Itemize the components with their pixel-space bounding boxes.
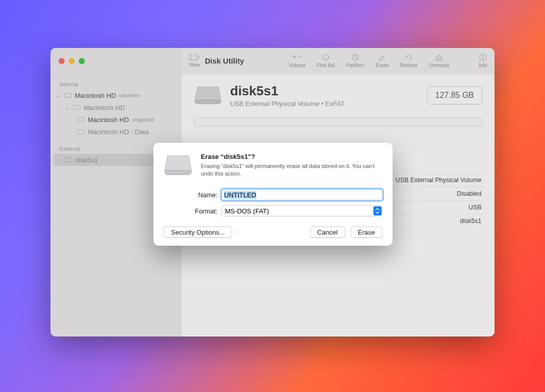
svg-rect-0 — [189, 54, 197, 60]
name-input[interactable] — [222, 189, 383, 200]
disclosure-triangle-icon[interactable]: ⌄ — [65, 105, 70, 110]
erase-toolbar-item[interactable]: Erase — [375, 53, 389, 68]
usage-bar — [194, 118, 482, 127]
info-value: disk5s1 — [460, 217, 481, 225]
first-aid-label: First Aid — [316, 63, 335, 68]
security-options-button[interactable]: Security Options... — [164, 227, 232, 238]
sidebar-item-label: Macintosh HD — [84, 104, 125, 111]
toolbar-content: View Disk Utility +− Volume First Aid Pa… — [182, 53, 495, 68]
sidebar-item-label: Macintosh HD — [75, 92, 116, 99]
unmount-label: Unmount — [428, 63, 449, 68]
sidebar-item-macintosh-hd-container[interactable]: ⌄ Macintosh HD volumes — [53, 89, 179, 101]
format-select[interactable]: MS-DOS (FAT) — [222, 205, 383, 216]
unmount-toolbar-item[interactable]: Unmount — [428, 53, 449, 68]
volume-icon — [73, 103, 81, 111]
sidebar-item-label: Macintosh HD — [88, 116, 129, 124]
window-controls-area — [50, 48, 182, 74]
svg-rect-11 — [77, 130, 84, 134]
info-label: Info — [479, 63, 487, 68]
svg-point-6 — [482, 55, 483, 57]
dialog-title: Erase “disk5s1”? — [201, 153, 383, 160]
volume-header: disk5s1 USB External Physical Volume • E… — [194, 83, 482, 107]
info-value: Disabled — [457, 190, 481, 197]
external-drive-icon — [65, 156, 73, 164]
external-drive-icon — [194, 83, 222, 107]
traffic-lights — [59, 58, 85, 64]
select-arrows-icon — [373, 206, 382, 215]
format-label: Format: — [164, 207, 222, 215]
sidebar-item-macintosh-hd[interactable]: ⌄ Macintosh HD — [53, 101, 179, 114]
volume-subtitle: USB External Physical Volume • ExFAT — [230, 100, 345, 107]
partition-label: Partition — [346, 63, 365, 68]
info-value: USB External Physical Volume — [396, 177, 481, 184]
svg-rect-10 — [77, 118, 84, 122]
restore-label: Restore — [400, 63, 417, 68]
partition-toolbar-item[interactable]: Partition — [346, 53, 365, 68]
internal-header: Internal — [53, 79, 179, 89]
format-value: MS-DOS (FAT) — [225, 207, 269, 215]
svg-rect-12 — [65, 158, 72, 162]
svg-point-16 — [187, 172, 188, 174]
svg-rect-8 — [64, 93, 71, 97]
toolbar: View Disk Utility +− Volume First Aid Pa… — [50, 48, 495, 74]
erase-label: Erase — [375, 63, 389, 68]
close-window-button[interactable] — [59, 58, 65, 64]
sidebar-item-label: Macintosh HD - Data — [88, 128, 149, 136]
drive-icon — [64, 91, 72, 99]
disclosure-triangle-icon[interactable]: ⌄ — [56, 93, 61, 98]
restore-toolbar-item[interactable]: Restore — [400, 53, 417, 68]
sidebar-item-macintosh-hd-data[interactable]: Macintosh HD - Data — [53, 126, 179, 138]
volume-label: Volume — [289, 63, 305, 68]
volume-name: disk5s1 — [230, 83, 345, 99]
sidebar-item-sublabel: snapshot — [132, 117, 155, 123]
erase-button[interactable]: Erase — [350, 227, 383, 238]
minimize-window-button[interactable] — [69, 58, 75, 64]
first-aid-toolbar-item[interactable]: First Aid — [316, 53, 335, 68]
svg-text:−: − — [298, 53, 303, 61]
zoom-window-button[interactable] — [79, 58, 85, 64]
cancel-button[interactable]: Cancel — [310, 227, 345, 238]
volume-size: 127.85 GB — [427, 86, 483, 104]
sidebar-item-macintosh-hd-snapshot[interactable]: Macintosh HD snapshot — [53, 114, 179, 126]
info-toolbar-item[interactable]: Info — [478, 53, 487, 68]
svg-rect-9 — [73, 105, 80, 109]
dialog-description: Erasing “disk5s1” will permanently erase… — [201, 162, 383, 178]
volume-icon — [77, 116, 85, 124]
svg-text:+: + — [292, 53, 297, 61]
view-toolbar-item[interactable]: View — [189, 54, 200, 68]
volume-icon — [77, 128, 85, 136]
name-label: Name: — [164, 191, 222, 199]
erase-dialog: Erase “disk5s1”? Erasing “disk5s1” will … — [153, 143, 393, 246]
svg-point-14 — [216, 101, 217, 102]
volume-toolbar-item[interactable]: +− Volume — [289, 53, 305, 68]
info-value: USB — [468, 204, 481, 211]
view-label: View — [189, 62, 200, 68]
sidebar-item-sublabel: volumes — [119, 92, 140, 98]
external-drive-icon — [164, 153, 193, 180]
app-title: Disk Utility — [205, 57, 244, 65]
sidebar-item-label: disk5s1 — [76, 156, 98, 164]
